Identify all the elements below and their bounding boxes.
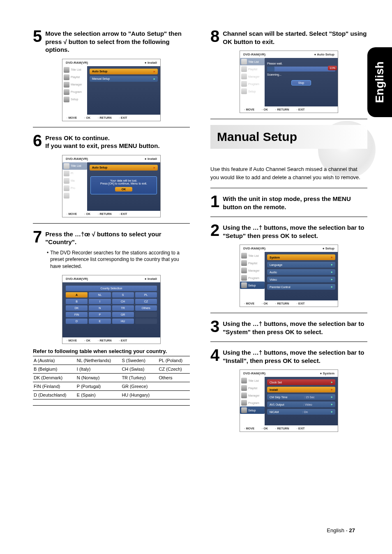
- stop-button[interactable]: Stop: [291, 80, 311, 85]
- step-1-num: 1: [210, 194, 219, 211]
- step-8-text: Channel scan will be started. Select "St…: [223, 29, 367, 46]
- step-5: 5 Move the selection arrow to "Auto Setu…: [33, 29, 190, 54]
- country-cell[interactable]: CH: [112, 299, 134, 304]
- country-cell[interactable]: NL: [89, 292, 111, 298]
- osd-main: County Selection A NL S PL B I CH CZ DK …: [62, 282, 160, 337]
- step-4-text: Using the …† buttons, move the selection…: [223, 348, 367, 365]
- scanning-text: Scanning...: [267, 73, 335, 76]
- country-cell[interactable]: HU: [112, 319, 134, 324]
- country-cell[interactable]: FIN: [66, 312, 88, 317]
- progress-percent: 11%: [328, 66, 337, 70]
- osd-sidebar: Title List Playlist Manager Program Setu…: [62, 66, 87, 115]
- country-cell[interactable]: PL: [135, 292, 157, 298]
- country-cell-empty: [135, 319, 157, 324]
- step-1-text: With the unit in stop mode, press the ME…: [223, 194, 367, 211]
- menu-nicam[interactable]: NICAM: On▸: [267, 409, 335, 415]
- step-8-num: 8: [210, 29, 219, 46]
- right-column: 8 Channel scan will be started. Select "…: [210, 29, 367, 436]
- country-cell[interactable]: N: [89, 305, 111, 311]
- step-4: 4 Using the …† buttons, move the selecti…: [210, 348, 367, 365]
- step-7-num: 7: [33, 229, 42, 246]
- scan-progress: 11%: [267, 67, 335, 72]
- osd-sidebar: Title List Playlist Manager Program Setu…: [240, 377, 265, 425]
- page-footer: English - 27: [327, 527, 355, 533]
- section-heading: Manual Setup: [210, 125, 367, 149]
- menu-clock-set[interactable]: Clock Set▸: [267, 379, 335, 385]
- step-3-text: Using the …† buttons, move the selection…: [223, 319, 367, 336]
- step-5-num: 5: [33, 29, 42, 54]
- step-7-bullet: •The DVD Recorder searches for the stati…: [47, 249, 190, 270]
- osd-sidebar: Title List Pl Ma Pro: [62, 162, 87, 211]
- step-3: 3 Using the …† buttons, move the selecti…: [210, 319, 367, 336]
- country-ref-text: Refer to following table when selecting …: [33, 348, 190, 354]
- country-cell[interactable]: A: [66, 292, 88, 298]
- language-tab-text: English: [373, 61, 386, 103]
- osd-main: Clock Set▸ Install▸ CM Skip Time: 15 Sec…: [265, 377, 338, 425]
- osd-step5: DVD-RAM(VR)● Install Title List Playlist…: [62, 59, 161, 121]
- language-tab: English: [367, 47, 392, 117]
- country-cell[interactable]: Others: [135, 305, 157, 311]
- country-cell[interactable]: CZ: [135, 299, 157, 304]
- menu-system[interactable]: System▸: [267, 254, 335, 260]
- step-6-num: 6: [33, 133, 42, 150]
- osd-step4: DVD-RAM(VR)● System Title List Playlist …: [240, 369, 338, 432]
- menu-install[interactable]: Install▸: [267, 387, 335, 392]
- country-cell[interactable]: I: [89, 299, 111, 304]
- ok-button[interactable]: OK: [115, 187, 133, 192]
- osd-main: Please wait. 11% Scanning... Stop: [265, 58, 338, 106]
- osd-step8: DVD-RAM(VR)● Auto Setup Title List Playl…: [240, 51, 338, 113]
- step-8: 8 Channel scan will be started. Select "…: [210, 29, 367, 46]
- country-cell[interactable]: D: [66, 319, 88, 324]
- step-1: 1 With the unit in stop mode, press the …: [210, 194, 367, 211]
- step-6-text: Press OK to continue.If you want to exit…: [45, 133, 159, 150]
- osd-step7: DVD-RAM(VR)● Install County Selection A …: [62, 275, 161, 344]
- country-cell[interactable]: TR: [112, 305, 134, 311]
- osd-step6: DVD-RAM(VR)● Install Title List Pl Ma Pr…: [62, 155, 161, 217]
- osd-main: Auto Setup▸ x Your data will be lost. Pr…: [87, 162, 160, 211]
- country-cell[interactable]: S: [112, 292, 134, 298]
- step-2: 2 Using the …† buttons, move the selecti…: [210, 223, 367, 240]
- step-2-text: Using the …† buttons, move the selection…: [223, 223, 367, 240]
- menu-auto-setup[interactable]: Auto Setup▸: [90, 165, 158, 171]
- osd-main: System▸ Language▸ Audio▸ Video▸ Parental…: [265, 252, 338, 300]
- menu-parental[interactable]: Parental Control▸: [267, 284, 335, 290]
- country-cell[interactable]: B: [66, 299, 88, 304]
- menu-manual-setup[interactable]: Manual Setup▸: [90, 76, 158, 82]
- step-2-num: 2: [210, 223, 219, 240]
- step-6: 6 Press OK to continue.If you want to ex…: [33, 133, 190, 150]
- country-cell[interactable]: E: [89, 319, 111, 324]
- step-5-text: Move the selection arrow to "Auto Setup"…: [45, 29, 190, 54]
- country-cell[interactable]: P: [89, 312, 111, 317]
- menu-auto-setup[interactable]: Auto Setup▸: [90, 69, 158, 74]
- section-body: Use this feature if Auto Channel Search …: [210, 165, 367, 181]
- confirm-popup: Your data will be lost. Press [OK] to co…: [90, 176, 157, 194]
- osd-sidebar: Title List Playlist Manager Program Setu…: [240, 58, 265, 106]
- menu-video[interactable]: Video▸: [267, 277, 335, 282]
- country-grid-header: County Selection: [66, 286, 157, 291]
- osd-header-left: DVD-RAM(VR): [66, 61, 88, 65]
- step-3-num: 3: [210, 319, 219, 336]
- step-4-num: 4: [210, 348, 219, 365]
- osd-header-right: ● Install: [145, 61, 157, 65]
- osd-sidebar: Title List Playlist Manager Program Setu…: [240, 252, 265, 300]
- country-cell[interactable]: GR: [112, 312, 134, 317]
- left-column: 5 Move the selection arrow to "Auto Setu…: [33, 29, 190, 436]
- menu-language[interactable]: Language▸: [267, 262, 335, 268]
- please-wait-text: Please wait.: [267, 62, 335, 65]
- menu-cm-skip[interactable]: CM Skip Time: 15 Sec▸: [267, 394, 335, 400]
- country-cell-empty: [135, 312, 157, 317]
- osd-main: Auto Setup▸ Manual Setup▸: [87, 66, 160, 115]
- country-table: A (Austria)NL (Netherlands)S (Sweden)PL …: [33, 356, 190, 399]
- menu-av1[interactable]: AV1 Output: Video▸: [267, 402, 335, 407]
- step-7: 7 Press the …†œ √ buttons to select your…: [33, 229, 190, 246]
- country-cell[interactable]: DK: [66, 305, 88, 311]
- menu-audio[interactable]: Audio▸: [267, 269, 335, 275]
- step-7-text: Press the …†œ √ buttons to select your "…: [45, 229, 190, 246]
- osd-step2: DVD-RAM(VR)● Setup Title List Playlist M…: [240, 245, 338, 307]
